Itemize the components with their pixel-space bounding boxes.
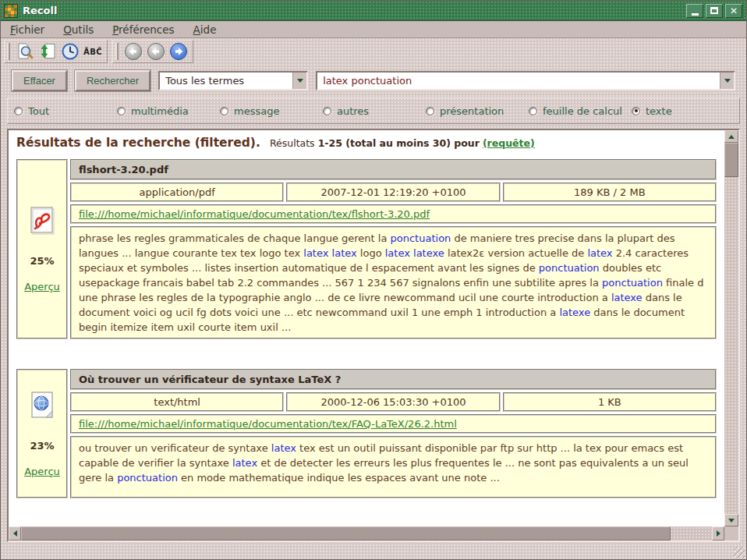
results-header: Résultats de la recherche (filtered). Ré…: [16, 136, 717, 150]
result-title: Où trouver un vérificateur de syntaxe La…: [70, 369, 717, 390]
doc-magnifier-icon: [16, 42, 34, 61]
snippet-highlight-term: latex: [332, 247, 357, 259]
dropdown-button[interactable]: [292, 73, 306, 89]
vertical-scrollbar[interactable]: [724, 130, 738, 526]
result-snippet: ou trouver un verificateur de syntaxe la…: [70, 436, 717, 498]
result-title: flshort-3.20.pdf: [70, 159, 717, 180]
filter-label: multimédia: [131, 105, 189, 117]
filter-radio-tout[interactable]: Tout: [14, 105, 117, 117]
results-summary: Résultats 1-25 (total au moins 30) pour …: [270, 137, 535, 149]
recoll-window: Recoll ✕ FichierOutilsPréférencesAide: [0, 0, 747, 560]
term-explorer-button[interactable]: ÂBĈ: [83, 41, 103, 62]
title-bar[interactable]: Recoll ✕: [1, 1, 746, 21]
previous-page-button[interactable]: [146, 41, 166, 62]
search-mode-select[interactable]: Tous les termes: [158, 71, 308, 90]
vertical-scroll-thumb[interactable]: [724, 143, 738, 177]
recoll-app-icon: [5, 5, 17, 17]
result-url-row: file:///home/michael/informatique/docume…: [70, 204, 717, 224]
results-viewport: Résultats de la recherche (filtered). Ré…: [9, 130, 724, 526]
preview-link[interactable]: Aperçu: [24, 281, 60, 292]
arrow-left-icon: [13, 530, 17, 537]
result-url-link[interactable]: file:///home/michael/informatique/docume…: [79, 208, 430, 220]
snippet-text: ou trouver un verificateur de syntaxe: [79, 442, 271, 454]
radio-icon: [117, 107, 126, 115]
clock-icon: [61, 42, 80, 61]
snippet-text: en mode mathematique indique les espaces…: [178, 472, 500, 484]
result-mime-type: text/html: [70, 392, 284, 412]
minimize-icon: [692, 13, 699, 16]
snippet-text: logo: [357, 247, 385, 259]
close-icon: ✕: [730, 6, 738, 16]
maximize-button[interactable]: [706, 4, 723, 18]
result-side-panel: 23% Aperçu: [16, 369, 68, 498]
doc-type-filter-panel: Toutmultimédiamessageautresprésentationf…: [7, 97, 740, 124]
scroll-left-button[interactable]: [9, 526, 21, 541]
radio-icon: [220, 107, 228, 115]
toolbar-group-navigation: [112, 40, 193, 63]
search-button[interactable]: Rechercher: [75, 70, 150, 91]
filter-label: texte: [646, 105, 672, 117]
status-bar: [1, 542, 746, 559]
vertical-scroll-track[interactable]: [724, 143, 738, 514]
filter-radio-message[interactable]: message: [220, 105, 323, 117]
horizontal-scrollbar[interactable]: [9, 526, 724, 541]
result-meta-row: text/html 2000-12-06 15:03:30 +0100 1 KB: [70, 392, 717, 412]
preview-link[interactable]: Aperçu: [24, 466, 60, 477]
snippet-highlight-term: latex: [303, 247, 328, 259]
snippet-highlight-term: latexe: [559, 307, 590, 318]
filter-radio-presentation[interactable]: présentation: [426, 105, 529, 117]
snippet-highlight-term: latexe: [413, 247, 444, 259]
scroll-up-button[interactable]: [724, 130, 738, 143]
horizontal-scroll-track[interactable]: [21, 526, 712, 541]
horizontal-scroll-thumb[interactable]: [21, 526, 671, 541]
search-query-combobox[interactable]: latex ponctuation: [316, 71, 735, 90]
search-controls: Effacer Rechercher Tous les termes latex…: [1, 65, 746, 96]
resize-grip[interactable]: [734, 547, 745, 558]
toolbar-group-tools: ÂBĈ: [4, 40, 108, 63]
filter-radio-multimedia[interactable]: multimédia: [117, 105, 220, 117]
result-size: 189 KB / 2 MB: [503, 183, 717, 202]
result-meta-row: application/pdf 2007-12-01 12:19:20 +010…: [70, 183, 717, 202]
snippet-highlight-term: ponctuation: [391, 232, 451, 244]
search-mode-value: Tous les termes: [160, 73, 250, 89]
snippet-highlight-term: latex: [232, 457, 257, 469]
menu-item-fichier[interactable]: Fichier: [10, 23, 44, 36]
html-file-icon: [28, 391, 56, 423]
first-page-button[interactable]: [123, 41, 143, 62]
radio-icon: [632, 107, 640, 115]
menu-bar: FichierOutilsPréférencesAide: [1, 21, 746, 38]
chevron-down-icon: [297, 79, 303, 83]
snippet-highlight-term: ponctuation: [539, 262, 600, 274]
arrow-down-icon: [728, 519, 735, 523]
result-item: 23% Aperçu Où trouver un vérificateur de…: [16, 369, 717, 498]
sort-parameters-button[interactable]: [37, 41, 58, 62]
dropdown-button[interactable]: [720, 73, 734, 89]
toolbar-drag-handle[interactable]: [7, 43, 10, 60]
advanced-search-button[interactable]: [15, 41, 35, 62]
query-link[interactable]: (requête): [483, 137, 535, 149]
scroll-right-button[interactable]: [712, 526, 724, 541]
filter-radio-texte[interactable]: texte: [632, 105, 672, 117]
search-query-value: latex ponctuation: [317, 73, 417, 89]
filter-label: feuille de calcul: [543, 105, 622, 117]
arrow-left-circle-icon: [124, 42, 143, 61]
document-history-button[interactable]: [60, 41, 80, 62]
result-url-row: file:///home/michael/informatique/docume…: [70, 414, 717, 434]
minimize-button[interactable]: [686, 4, 703, 18]
next-page-button[interactable]: [168, 41, 189, 62]
arrow-right-circle-icon: [169, 42, 188, 61]
menu-item-aide[interactable]: Aide: [193, 23, 217, 36]
filter-radio-feuille-de-calcul[interactable]: feuille de calcul: [529, 105, 632, 117]
toolbar-drag-handle[interactable]: [115, 43, 119, 60]
scroll-down-button[interactable]: [724, 514, 738, 526]
clear-button[interactable]: Effacer: [12, 70, 67, 91]
close-button[interactable]: ✕: [725, 4, 742, 18]
filter-radio-autres[interactable]: autres: [323, 105, 426, 117]
menu-item-outils[interactable]: Outils: [63, 23, 94, 36]
result-url-link[interactable]: file:///home/michael/informatique/docume…: [79, 418, 457, 430]
menu-item-preferences[interactable]: Préférences: [112, 23, 174, 36]
filter-label: présentation: [440, 105, 504, 117]
radio-icon: [14, 107, 23, 115]
snippet-highlight-term: latex: [385, 247, 410, 259]
pdf-file-icon: [28, 206, 56, 238]
